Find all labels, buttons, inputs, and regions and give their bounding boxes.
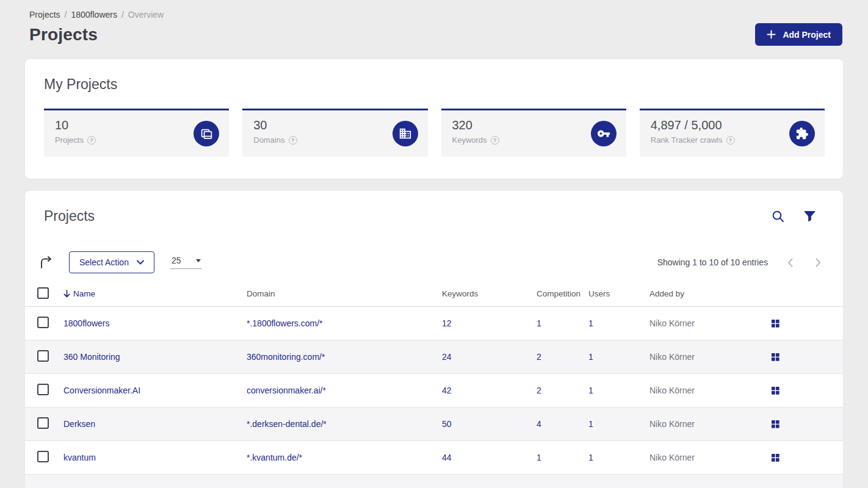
projects-table-title: Projects — [44, 208, 95, 224]
added-by-text: Niko Körner — [649, 352, 770, 362]
added-by-text: Niko Körner — [649, 419, 770, 429]
chevron-right-icon[interactable] — [816, 258, 821, 267]
row-checkbox[interactable] — [37, 451, 49, 462]
row-checkbox[interactable] — [37, 317, 49, 328]
column-header-users[interactable]: Users — [588, 289, 649, 298]
question-circle-icon[interactable]: ? — [289, 136, 297, 145]
puzzle-icon — [789, 121, 815, 146]
stat-label-projects: Projects — [55, 135, 84, 145]
table-row: Conversionmaker.AI conversionmaker.ai/* … — [25, 374, 843, 407]
project-name-link[interactable]: Conversionmaker.AI — [63, 386, 140, 395]
project-domain-link[interactable]: *.derksen-dental.de/* — [247, 419, 327, 429]
row-checkbox[interactable] — [37, 350, 49, 362]
page-size-value: 25 — [172, 256, 181, 265]
column-header-added-by[interactable]: Added by — [649, 289, 770, 298]
breadcrumb-link-projects[interactable]: Projects — [29, 10, 60, 20]
added-by-text: Niko Körner — [649, 386, 770, 395]
users-count-link[interactable]: 1 — [588, 419, 593, 429]
chevron-down-icon — [137, 260, 144, 265]
table-toolbar: Select Action 25 Showing 1 to 10 of 10 e… — [25, 251, 843, 273]
stat-label-keywords: Keywords — [452, 135, 487, 145]
stat-card-projects: 10 Projects ? — [44, 109, 229, 157]
my-projects-title: My Projects — [44, 76, 825, 93]
project-domain-link[interactable]: 360monitoring.com/* — [247, 352, 325, 362]
project-domain-link[interactable]: *.kvantum.de/* — [247, 453, 302, 462]
competition-count-link[interactable]: 1 — [537, 453, 541, 462]
question-circle-icon[interactable]: ? — [726, 136, 735, 145]
add-project-label: Add Project — [783, 30, 831, 40]
added-by-text: Niko Körner — [649, 318, 770, 328]
caret-down-icon — [196, 259, 201, 262]
keywords-count-link[interactable]: 12 — [442, 318, 452, 328]
arrow-down-icon — [63, 290, 70, 298]
row-checkbox[interactable] — [37, 384, 49, 395]
keywords-count-link[interactable]: 50 — [442, 419, 452, 429]
column-header-domain[interactable]: Domain — [247, 289, 442, 298]
users-count-link[interactable]: 1 — [588, 318, 593, 328]
projects-table-card: Projects Select Action 25 Showing — [25, 191, 843, 488]
page-size-select[interactable]: 25 — [170, 256, 202, 269]
column-header-competition[interactable]: Competition — [537, 289, 588, 298]
question-circle-icon[interactable]: ? — [491, 136, 499, 145]
table-row: 1800flowers *.1800flowers.com/* 12 1 1 N… — [25, 307, 843, 340]
showing-entries-text: Showing 1 to 10 of 10 entries — [657, 257, 768, 267]
grid-icon[interactable] — [770, 419, 825, 429]
top-bar: Projects / 1800flowers / Overview Projec… — [0, 0, 868, 46]
column-header-keywords[interactable]: Keywords — [442, 289, 537, 298]
breadcrumb-link-1800flowers[interactable]: 1800flowers — [71, 10, 117, 20]
breadcrumb: Projects / 1800flowers / Overview — [29, 10, 842, 20]
table-row: kvantum *.kvantum.de/* 44 1 1 Niko Körne… — [25, 441, 843, 475]
grid-icon[interactable] — [770, 318, 825, 328]
stat-label-crawls: Rank Tracker crawls — [651, 135, 723, 145]
project-name-link[interactable]: 360 Monitoring — [63, 352, 120, 362]
projects-stack-icon — [193, 121, 219, 146]
search-icon[interactable] — [772, 210, 784, 223]
page-title: Projects — [29, 25, 98, 45]
breadcrumb-separator: / — [121, 10, 124, 20]
project-name-link[interactable]: Derksen — [63, 419, 95, 429]
select-all-checkbox[interactable] — [37, 287, 49, 299]
keywords-count-link[interactable]: 24 — [442, 352, 452, 362]
my-projects-card: My Projects 10 Projects ? 30 Domains ? — [25, 59, 843, 179]
keywords-count-link[interactable]: 42 — [442, 386, 452, 395]
plus-icon — [767, 30, 776, 39]
stat-card-rank-tracker-crawls: 4,897 / 5,000 Rank Tracker crawls ? — [640, 109, 825, 157]
question-circle-icon[interactable]: ? — [87, 136, 96, 145]
competition-count-link[interactable]: 2 — [537, 352, 541, 362]
grid-icon[interactable] — [770, 352, 825, 362]
breadcrumb-separator: / — [65, 10, 67, 20]
users-count-link[interactable]: 1 — [588, 352, 593, 362]
competition-count-link[interactable]: 4 — [537, 419, 541, 429]
project-name-link[interactable]: kvantum — [63, 453, 96, 462]
table-row: Derksen *.derksen-dental.de/* 50 4 1 Nik… — [25, 407, 843, 441]
table-body: 1800flowers *.1800flowers.com/* 12 1 1 N… — [25, 307, 843, 488]
add-project-button[interactable]: Add Project — [755, 23, 842, 46]
users-count-link[interactable]: 1 — [588, 386, 593, 395]
stat-card-domains: 30 Domains ? — [242, 109, 427, 157]
project-domain-link[interactable]: conversionmaker.ai/* — [247, 386, 326, 395]
grid-icon[interactable] — [770, 386, 825, 395]
stat-label-domains: Domains — [253, 135, 284, 145]
project-domain-link[interactable]: *.1800flowers.com/* — [247, 318, 323, 328]
keywords-count-link[interactable]: 44 — [442, 453, 452, 462]
pagination — [787, 258, 821, 267]
column-header-name[interactable]: Name — [63, 289, 247, 298]
table-header: Name Domain Keywords Competition Users A… — [25, 281, 843, 307]
forward-arrow-icon[interactable] — [40, 256, 53, 268]
added-by-text: Niko Körner — [649, 453, 770, 462]
filter-funnel-icon[interactable] — [804, 210, 816, 222]
building-icon — [392, 121, 418, 146]
grid-icon[interactable] — [770, 453, 825, 462]
competition-count-link[interactable]: 2 — [537, 386, 541, 395]
key-icon — [591, 121, 617, 146]
select-action-dropdown[interactable]: Select Action — [69, 251, 154, 273]
project-name-link[interactable]: 1800flowers — [63, 318, 110, 328]
breadcrumb-current-overview: Overview — [128, 10, 164, 20]
competition-count-link[interactable]: 1 — [537, 318, 541, 328]
stat-card-keywords: 320 Keywords ? — [441, 109, 626, 157]
table-row: 360 Monitoring 360monitoring.com/* 24 2 … — [25, 340, 843, 374]
chevron-left-icon[interactable] — [787, 258, 793, 267]
select-action-label: Select Action — [79, 257, 129, 267]
row-checkbox[interactable] — [37, 417, 49, 429]
users-count-link[interactable]: 1 — [588, 453, 593, 462]
